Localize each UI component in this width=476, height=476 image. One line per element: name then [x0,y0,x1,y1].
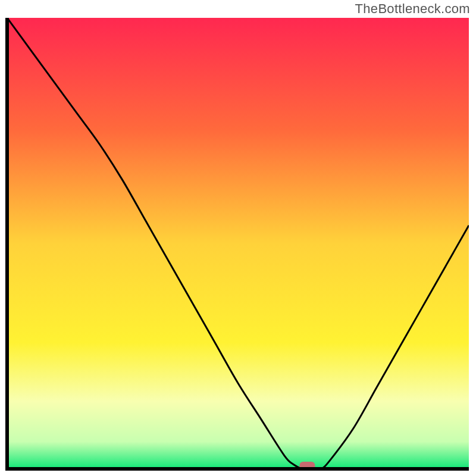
plot-background [7,18,469,469]
bottleneck-chart: TheBottleneck.com [0,0,476,476]
watermark-text: TheBottleneck.com [355,1,470,17]
plot-svg [0,0,476,476]
